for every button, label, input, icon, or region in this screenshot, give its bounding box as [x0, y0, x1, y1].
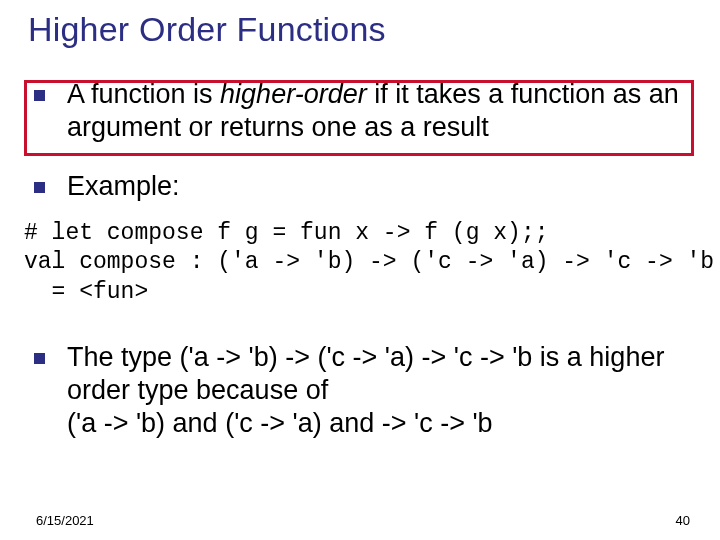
bullet-text-3: The type ('a -> 'b) -> ('c -> 'a) -> 'c …: [67, 341, 694, 440]
bullet-1-pre: A function is: [67, 79, 220, 109]
bullet-icon: [34, 353, 45, 364]
bullet-text-1: A function is higher-order if it takes a…: [67, 78, 694, 144]
bullet-item-1: A function is higher-order if it takes a…: [34, 78, 694, 144]
slide-body: A function is higher-order if it takes a…: [34, 78, 694, 456]
bullet-icon: [34, 182, 45, 193]
bullet-item-3: The type ('a -> 'b) -> ('c -> 'a) -> 'c …: [34, 341, 694, 440]
bullet-1-em: higher-order: [220, 79, 367, 109]
bullet-text-2: Example:: [67, 170, 694, 203]
footer-date: 6/15/2021: [36, 513, 94, 528]
bullet-icon: [34, 90, 45, 101]
bullet-item-2: Example:: [34, 170, 694, 203]
slide-title: Higher Order Functions: [28, 10, 386, 49]
code-block: # let compose f g = fun x -> f (g x);; v…: [24, 219, 694, 307]
footer-page-number: 40: [676, 513, 690, 528]
slide: Higher Order Functions A function is hig…: [0, 0, 720, 540]
